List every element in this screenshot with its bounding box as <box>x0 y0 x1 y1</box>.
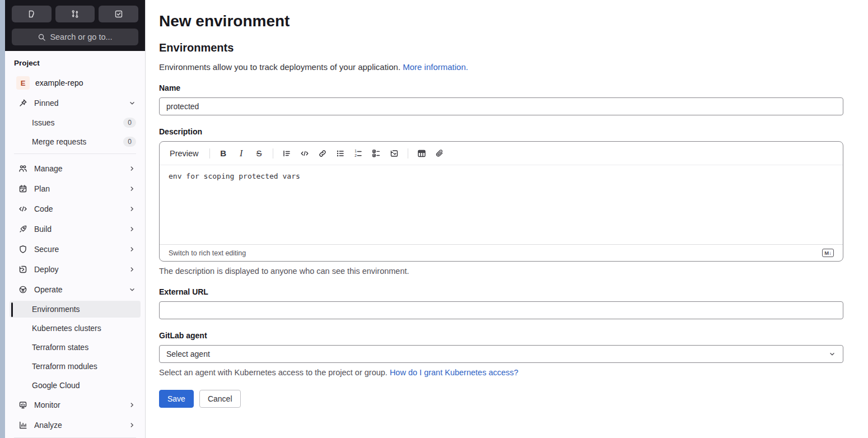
form-actions: Save Cancel <box>159 390 843 408</box>
sidebar-item-build[interactable]: Build <box>10 220 141 238</box>
chart-icon <box>18 421 27 430</box>
todos-shortcut-button[interactable] <box>99 6 138 22</box>
sidebar-item-analyze[interactable]: Analyze <box>10 416 141 434</box>
collapsible-section-button[interactable] <box>386 145 403 162</box>
markdown-toolbar: Preview B I S 12 <box>160 142 843 165</box>
chevron-right-icon <box>128 421 136 429</box>
window-edge-strip <box>0 0 5 438</box>
chevron-right-icon <box>128 265 136 273</box>
rocket-icon <box>18 225 27 234</box>
active-indicator <box>11 302 13 317</box>
description-textarea[interactable]: env for scoping protected vars <box>160 165 843 244</box>
name-input[interactable] <box>159 97 843 115</box>
sidebar-item-label: Pinned <box>34 99 128 108</box>
sidebar-item-google-cloud[interactable]: Google Cloud <box>10 377 141 394</box>
issues-shortcut-button[interactable] <box>12 6 52 22</box>
sidebar-item-operate[interactable]: Operate <box>10 281 141 299</box>
sidebar-item-monitor[interactable]: Monitor <box>10 396 141 414</box>
link-icon <box>318 149 327 158</box>
attach-file-button[interactable] <box>431 145 448 162</box>
users-icon <box>18 164 27 173</box>
search-icon <box>38 33 46 41</box>
page-title: New environment <box>159 11 843 31</box>
attach-file-icon <box>435 149 444 158</box>
issues-count-badge: 0 <box>123 118 136 128</box>
sidebar-item-code[interactable]: Code <box>10 200 141 218</box>
sidebar-item-plan[interactable]: Plan <box>10 180 141 198</box>
save-button[interactable]: Save <box>159 390 194 408</box>
strikethrough-icon: S <box>256 148 262 158</box>
merge-requests-shortcut-button[interactable] <box>55 6 95 22</box>
more-information-link[interactable]: More information. <box>403 62 468 72</box>
shield-icon <box>18 245 27 254</box>
sidebar-item-issues[interactable]: Issues 0 <box>10 114 141 131</box>
table-button[interactable] <box>413 145 430 162</box>
search-input[interactable]: Search or go to... <box>12 29 138 45</box>
sidebar-item-label: Operate <box>34 285 128 294</box>
sidebar-item-label: Merge requests <box>32 137 123 146</box>
switch-rich-text-link[interactable]: Switch to rich text editing <box>169 249 246 257</box>
bold-icon: B <box>220 148 226 158</box>
code-icon <box>300 149 309 158</box>
bullet-list-button[interactable] <box>332 145 349 162</box>
external-url-input[interactable] <box>159 301 843 319</box>
divider <box>209 148 210 159</box>
sidebar-item-manage[interactable]: Manage <box>10 160 141 178</box>
sidebar-item-project[interactable]: E example-repo <box>10 74 141 92</box>
operate-icon <box>18 285 27 294</box>
name-label: Name <box>159 83 843 92</box>
table-icon <box>417 149 426 158</box>
preview-tab[interactable]: Preview <box>164 145 204 162</box>
strikethrough-button[interactable]: S <box>251 145 268 162</box>
pin-icon <box>18 99 27 108</box>
description-hint: The description is displayed to anyone w… <box>159 267 843 276</box>
sidebar-item-label: Monitor <box>34 400 128 409</box>
main-content: New environment Environments Environment… <box>146 0 868 408</box>
agent-select[interactable]: Select agent <box>159 345 843 363</box>
sidebar-item-terraform-states[interactable]: Terraform states <box>10 339 141 356</box>
numbered-list-button[interactable]: 12 <box>350 145 367 162</box>
chevron-right-icon <box>128 205 136 213</box>
sidebar-item-pinned[interactable]: Pinned <box>10 94 141 112</box>
sidebar-top: Search or go to... <box>5 0 145 51</box>
sidebar-item-deploy[interactable]: Deploy <box>10 260 141 278</box>
agent-hint: Select an agent with Kubernetes access t… <box>159 368 843 377</box>
link-button[interactable] <box>314 145 331 162</box>
bullet-list-icon <box>336 149 345 158</box>
divider <box>408 148 408 159</box>
bold-button[interactable]: B <box>215 145 232 162</box>
sidebar-item-label: Terraform modules <box>32 362 136 371</box>
divider <box>273 148 273 159</box>
search-placeholder: Search or go to... <box>50 32 112 41</box>
chevron-right-icon <box>128 165 136 173</box>
agent-select-value: Select agent <box>166 350 210 358</box>
italic-button[interactable]: I <box>233 145 250 162</box>
project-name: example-repo <box>35 78 136 87</box>
sidebar-item-merge-requests[interactable]: Merge requests 0 <box>10 133 141 150</box>
sidebar-item-label: Issues <box>32 118 123 127</box>
markdown-icon[interactable]: M↓ <box>822 249 834 257</box>
description-field-group: Description Preview B I S <box>159 127 843 276</box>
section-title: Environments <box>159 40 843 55</box>
divider <box>14 153 136 154</box>
sidebar-item-terraform-modules[interactable]: Terraform modules <box>10 358 141 375</box>
todo-check-icon <box>114 10 123 18</box>
issue-document-icon <box>27 10 36 18</box>
kubernetes-access-link[interactable]: How do I grant Kubernetes access? <box>390 368 519 377</box>
task-list-button[interactable] <box>368 145 385 162</box>
description-label: Description <box>159 127 843 136</box>
sidebar-item-label: Code <box>34 204 128 213</box>
markdown-editor-footer: Switch to rich text editing M↓ <box>160 244 843 261</box>
cancel-button[interactable]: Cancel <box>199 390 241 408</box>
markdown-editor: Preview B I S 12 <box>159 141 843 262</box>
chevron-down-icon <box>128 99 136 107</box>
sidebar-item-label: Deploy <box>34 265 128 274</box>
sidebar-item-label: Build <box>34 225 128 234</box>
sidebar-item-label: Kubernetes clusters <box>32 324 136 333</box>
code-button[interactable] <box>296 145 313 162</box>
sidebar-item-environments[interactable]: Environments <box>10 301 141 318</box>
sidebar-item-kubernetes-clusters[interactable]: Kubernetes clusters <box>10 320 141 337</box>
sidebar-item-secure[interactable]: Secure <box>10 240 141 258</box>
quote-button[interactable] <box>278 145 295 162</box>
svg-text:1: 1 <box>354 149 357 153</box>
